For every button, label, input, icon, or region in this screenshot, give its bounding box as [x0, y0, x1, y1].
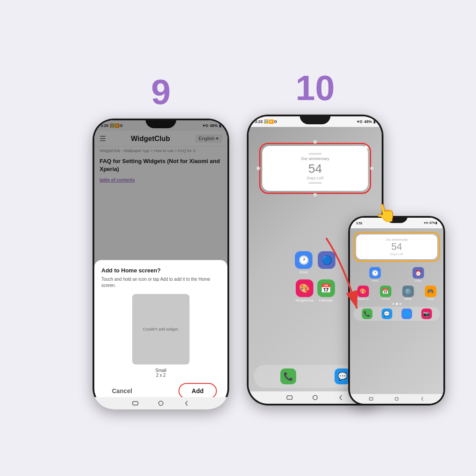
small-clock2: ⏰ Clock: [413, 267, 424, 282]
phone10-notch: [300, 115, 331, 124]
step9-phone: 3:20 🖼️▶️⊙ ▾⊙ 49% ▮ ☰ WidgetClub English…: [93, 119, 229, 409]
svg-point-3: [313, 395, 317, 400]
dialog-buttons-9: Cancel Add: [101, 383, 220, 399]
handle-dot-right: [370, 167, 374, 170]
dialog-title-9: Add to Home screen?: [101, 267, 220, 274]
handle-dot-left: [257, 167, 260, 170]
dialog-box-9: Add to Home screen? Touch and hold an ic…: [94, 260, 227, 408]
red-arrow: [291, 229, 379, 326]
widget-top-10: Our anniversary 54 Days Left: [262, 146, 368, 191]
svg-rect-2: [287, 396, 292, 399]
step10-phones-wrapper: 3:23 🖼️▶️⊙ ▾⊙ 48% ▮ ✦: [247, 115, 383, 405]
add-button[interactable]: Add: [178, 383, 217, 399]
svg-rect-0: [133, 402, 138, 405]
dialog-desc-9: Touch and hold an icon or tap Add to add…: [101, 276, 220, 289]
widget-size-label-9: Small 2 x 2: [101, 368, 220, 378]
step9-number: 9: [151, 74, 171, 110]
step10-container: 10 3:23 🖼️▶️⊙ ▾⊙ 48% ▮: [247, 71, 383, 405]
widget-red-outline: Our anniversary 54 Days Left: [259, 143, 371, 194]
time-10: 3:23: [255, 119, 263, 124]
widget-error-text-9: Couldn't add widget.: [143, 327, 178, 331]
nav-home: [157, 399, 165, 407]
nav10-home: [311, 394, 319, 402]
nav-back: [182, 399, 190, 407]
widget-area-10: Our anniversary 54 Days Left: [259, 143, 371, 194]
step10-number: 10: [296, 71, 335, 106]
nav10-back: [337, 394, 345, 402]
svg-rect-5: [369, 398, 373, 400]
step9-container: 9 3:20 🖼️▶️⊙ ▾⊙ 49% ▮ ☰ WidgetClub Engl: [93, 74, 229, 402]
small-google: 🎮 Google: [420, 286, 441, 300]
handle-dot-bottom: [313, 193, 317, 197]
dialog-overlay-9: Add to Home screen? Touch and hold an ic…: [94, 120, 227, 408]
handle-dot-top: [313, 140, 317, 144]
svg-point-1: [159, 401, 163, 405]
phone9-screen: 3:20 🖼️▶️⊙ ▾⊙ 49% ▮ ☰ WidgetClub English…: [94, 120, 227, 408]
phone9-nav: [93, 397, 229, 409]
nav-recent: [131, 399, 139, 407]
drag-handle-top: [309, 153, 322, 155]
small-settings: ⚙️ Settings: [398, 286, 418, 300]
phone-small-nav: [350, 394, 443, 404]
nav10-recent: [286, 394, 294, 402]
cancel-button[interactable]: Cancel: [105, 384, 139, 398]
svg-point-6: [395, 397, 398, 400]
dock-phone: 📞: [280, 368, 296, 384]
drag-handle-bottom: [309, 182, 322, 184]
hand-cursor-widget: 👆: [373, 201, 398, 225]
widget-preview-9: Couldn't add widget.: [132, 294, 190, 364]
